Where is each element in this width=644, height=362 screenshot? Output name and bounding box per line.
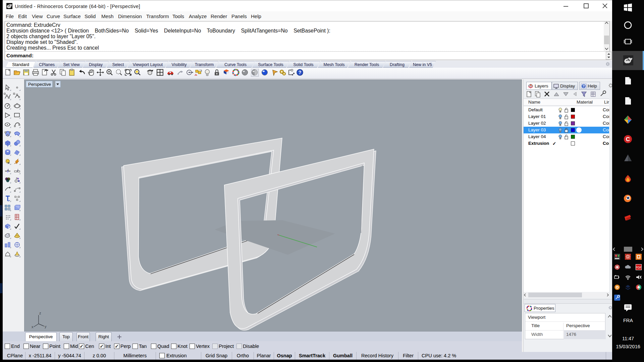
svg-text:?: ?: [583, 84, 585, 88]
svg-text:x: x: [32, 325, 34, 329]
svg-text:PDF: PDF: [636, 266, 642, 269]
svg-text:?: ?: [299, 70, 302, 75]
svg-text:C: C: [626, 136, 630, 142]
svg-text:z: z: [39, 311, 41, 315]
svg-text:y: y: [45, 324, 47, 328]
